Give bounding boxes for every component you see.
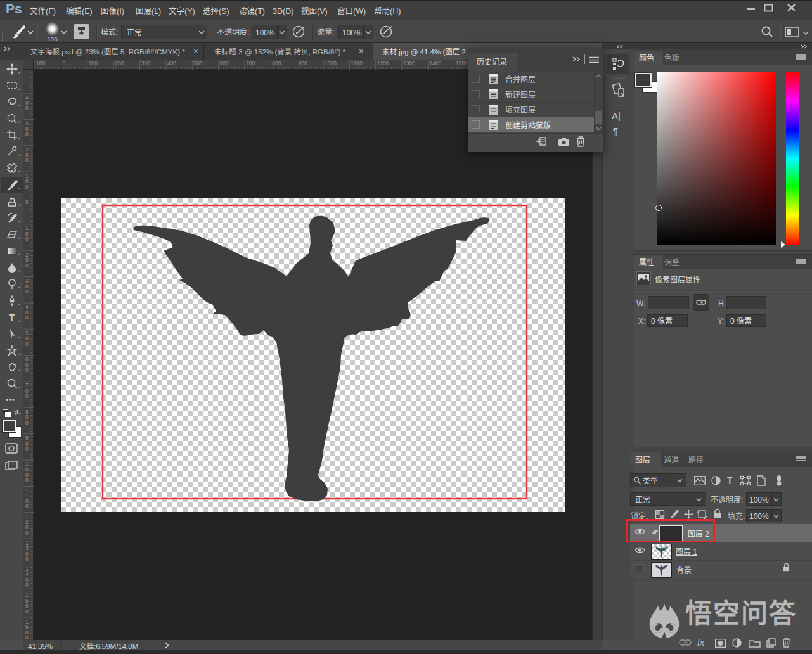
svg-text:1300: 1300 [403,60,415,67]
svg-text:0: 0 [25,556,29,562]
svg-text:1400: 1400 [429,60,441,67]
svg-text:500: 500 [193,60,202,67]
svg-text:0: 0 [25,236,29,242]
svg-text:600: 600 [220,60,229,67]
svg-text:0: 0 [25,420,29,426]
svg-text:0: 0 [25,288,29,295]
svg-text:0: 0 [25,105,29,112]
svg-text:700: 700 [246,60,255,67]
svg-text:0: 0 [25,503,29,510]
svg-text:0: 0 [25,367,29,373]
svg-text:0: 0 [25,446,29,452]
svg-text:0: 0 [25,608,29,615]
svg-text:1000: 1000 [325,60,337,67]
svg-text:T: T [9,312,15,323]
svg-text:0: 0 [25,530,29,536]
svg-text:900: 900 [299,60,307,67]
svg-text:0: 0 [25,199,29,205]
svg-text:1100: 1100 [351,60,363,67]
svg-text:0: 0 [63,60,66,67]
svg-text:1500: 1500 [456,60,468,67]
svg-text:100: 100 [89,60,98,67]
svg-text:0: 0 [25,477,29,484]
svg-text:800: 800 [272,60,281,67]
svg-text:0: 0 [25,341,29,347]
svg-text:0: 0 [25,184,29,190]
svg-text:1200: 1200 [377,60,389,67]
svg-text:100: 100 [36,60,45,67]
svg-text:400: 400 [167,60,176,67]
svg-text:0: 0 [25,262,29,269]
svg-text:0: 0 [25,314,29,321]
svg-text:0: 0 [25,393,29,399]
svg-text:300: 300 [141,60,150,67]
svg-text:0: 0 [25,157,29,164]
svg-text:0: 0 [25,582,29,588]
svg-text:0: 0 [25,131,29,138]
svg-text:200: 200 [115,60,124,67]
